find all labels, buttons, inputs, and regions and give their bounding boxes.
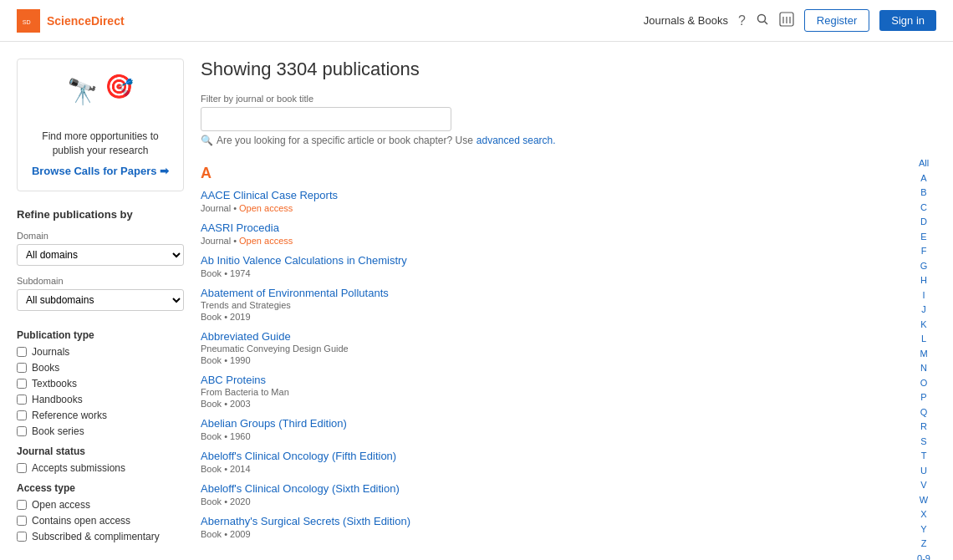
alpha-link-y[interactable]: Y [920, 522, 926, 537]
alpha-link-g[interactable]: G [920, 259, 928, 273]
refine-panel: Refine publications by Domain All domain… [17, 208, 184, 542]
promo-image: 🔭 🎯 [67, 73, 134, 123]
checkbox-books[interactable]: Books [17, 362, 184, 374]
alpha-link-s[interactable]: S [920, 435, 926, 449]
svg-line-3 [764, 21, 767, 24]
alpha-link-j[interactable]: J [921, 303, 926, 317]
pub-item-abatement: Abatement of Environmental Pollutants Tr… [201, 287, 911, 322]
checkbox-open-access-input[interactable] [17, 500, 27, 510]
logo-text: ScienceDirect [47, 14, 125, 28]
filter-input[interactable] [201, 107, 451, 131]
advanced-search: 🔍 Are you looking for a specific article… [201, 135, 936, 146]
journals-books-link[interactable]: Journals & Books [644, 14, 728, 27]
subdomain-select[interactable]: All subdomains [17, 289, 184, 311]
checkbox-reference-works-input[interactable] [17, 410, 27, 420]
alpha-link-r[interactable]: R [920, 420, 927, 434]
svg-text:SD: SD [23, 18, 31, 25]
checkbox-handbooks[interactable]: Handbooks [17, 394, 184, 405]
checkbox-handbooks-input[interactable] [17, 395, 27, 405]
alpha-link-m[interactable]: M [920, 347, 927, 361]
downloads-icon[interactable] [779, 12, 794, 30]
access-type-title: Access type [17, 482, 184, 494]
advanced-search-text: Are you looking for a specific article o… [217, 135, 473, 146]
alpha-link-i[interactable]: I [922, 288, 925, 303]
sidebar: 🔭 🎯 Find more opportunities to publish y… [17, 59, 184, 560]
checkbox-journals-input[interactable] [17, 347, 27, 357]
register-button[interactable]: Register [804, 9, 869, 32]
pub-meta-aace: Journal • Open access [201, 203, 911, 213]
promo-link-text: Browse Calls for Papers [32, 165, 157, 177]
pub-meta-abatement: Book • 2019 [201, 312, 911, 322]
alpha-link-f[interactable]: F [921, 244, 927, 258]
pub-title-abeloff-sixth[interactable]: Abeloff's Clinical Oncology (Sixth Editi… [201, 482, 400, 495]
pub-meta-aasri: Journal • Open access [201, 236, 911, 246]
pub-title-aace[interactable]: AACE Clinical Case Reports [201, 189, 338, 201]
header-left: SD ScienceDirect [17, 9, 125, 33]
pub-item-abernathy: Abernathy's Surgical Secrets (Sixth Edit… [201, 515, 911, 539]
checkbox-contains-open-access[interactable]: Contains open access [17, 515, 184, 527]
main-container: 🔭 🎯 Find more opportunities to publish y… [0, 42, 953, 560]
pub-meta-abeloff-fifth: Book • 2014 [201, 464, 911, 474]
search-icon[interactable] [756, 13, 769, 29]
refine-title: Refine publications by [17, 208, 184, 221]
pub-title-abelian[interactable]: Abelian Groups (Third Edition) [201, 417, 347, 430]
pub-meta-abernathy: Book • 2009 [201, 529, 911, 539]
alpha-link-all[interactable]: All [919, 156, 929, 171]
checkbox-open-access[interactable]: Open access [17, 499, 184, 511]
checkbox-contains-open-access-input[interactable] [17, 516, 27, 526]
alpha-link-b[interactable]: B [920, 186, 926, 200]
alpha-link-l[interactable]: L [921, 332, 926, 346]
checkbox-book-series-input[interactable] [17, 426, 27, 436]
svg-point-2 [757, 14, 765, 22]
alpha-link-p[interactable]: P [920, 390, 926, 405]
checkbox-subscribed[interactable]: Subscribed & complimentary [17, 531, 184, 542]
alpha-link-q[interactable]: Q [920, 405, 928, 420]
advanced-search-link[interactable]: advanced search. [476, 135, 556, 146]
page-title: Showing 3304 publications [201, 59, 936, 80]
alpha-link-c[interactable]: C [920, 201, 927, 215]
alpha-link-a[interactable]: A [920, 171, 926, 186]
checkbox-reference-works[interactable]: Reference works [17, 410, 184, 421]
checkbox-textbooks-input[interactable] [17, 379, 27, 389]
header-right: Journals & Books ? Register Sign in [644, 9, 936, 32]
checkbox-books-input[interactable] [17, 363, 27, 373]
promo-link[interactable]: Browse Calls for Papers ➡ [32, 165, 169, 177]
alpha-link-n[interactable]: N [920, 361, 927, 375]
alpha-link-h[interactable]: H [920, 273, 927, 288]
checkbox-accepts-submissions[interactable]: Accepts submissions [17, 462, 184, 474]
help-icon[interactable]: ? [738, 13, 746, 28]
alpha-link-v[interactable]: V [920, 478, 926, 492]
pub-title-ab-initio[interactable]: Ab Initio Valence Calculations in Chemis… [201, 254, 407, 267]
pub-title-abatement[interactable]: Abatement of Environmental Pollutants [201, 287, 389, 299]
alpha-link-09[interactable]: 0-9 [917, 552, 930, 561]
filter-bar: Filter by journal or book title 🔍 Are yo… [201, 94, 936, 146]
signin-button[interactable]: Sign in [879, 10, 936, 31]
alpha-link-o[interactable]: O [920, 376, 928, 390]
pub-title-abc-proteins[interactable]: ABC Proteins [201, 374, 266, 386]
checkbox-subscribed-input[interactable] [17, 532, 27, 542]
pub-item-abeloff-fifth: Abeloff's Clinical Oncology (Fifth Editi… [201, 450, 911, 474]
alpha-link-d[interactable]: D [920, 215, 927, 229]
checkbox-textbooks[interactable]: Textbooks [17, 378, 184, 389]
filter-bar-label: Filter by journal or book title [201, 94, 936, 104]
alpha-link-e[interactable]: E [920, 230, 926, 244]
checkbox-accepts-submissions-input[interactable] [17, 463, 27, 473]
pub-title-abernathy[interactable]: Abernathy's Surgical Secrets (Sixth Edit… [201, 515, 410, 527]
pub-title-aasri[interactable]: AASRI Procedia [201, 221, 279, 234]
alpha-link-x[interactable]: X [920, 507, 926, 522]
pub-title-abbreviated[interactable]: Abbreviated Guide [201, 330, 291, 343]
checkbox-book-series[interactable]: Book series [17, 425, 184, 437]
pub-meta-abelian: Book • 1960 [201, 431, 911, 441]
alpha-link-k[interactable]: K [920, 318, 926, 332]
content: Showing 3304 publications Filter by jour… [201, 59, 936, 560]
alpha-link-t[interactable]: T [921, 449, 927, 463]
pub-list: A AACE Clinical Case Reports Journal • O… [201, 156, 911, 560]
pub-item-abeloff-sixth: Abeloff's Clinical Oncology (Sixth Editi… [201, 482, 911, 507]
checkbox-journals[interactable]: Journals [17, 346, 184, 358]
pub-meta-abbreviated: Book • 1990 [201, 355, 911, 365]
alpha-link-z[interactable]: Z [921, 537, 927, 551]
alpha-link-w[interactable]: W [920, 493, 928, 507]
pub-title-abeloff-fifth[interactable]: Abeloff's Clinical Oncology (Fifth Editi… [201, 450, 396, 462]
alpha-link-u[interactable]: U [920, 464, 927, 478]
domain-select[interactable]: All domains [17, 244, 184, 266]
